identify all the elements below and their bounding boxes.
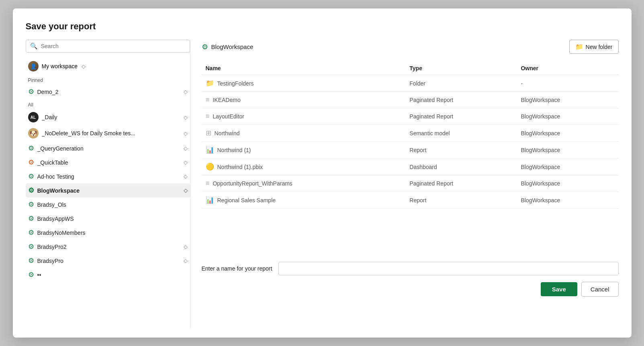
file-owner: BlogWorkspace: [517, 125, 618, 142]
workspace-item-label: _Daily: [42, 114, 180, 120]
workspace-icon: ⚙: [28, 271, 34, 279]
content-panel: ⚙ BlogWorkspace 📁 New folder Name Type O…: [190, 40, 619, 328]
list-item[interactable]: ⚙ BlogWorkspace ◇: [26, 183, 190, 197]
table-row[interactable]: ≡ IKEADemo Paginated Report BlogWorkspac…: [202, 92, 619, 108]
files-table-wrap: Name Type Owner 📁 TestingFolders Folder …: [202, 62, 619, 254]
workspace-item-label: _QuickTable: [37, 159, 180, 166]
workspace-item-label: ••: [37, 272, 188, 278]
breadcrumb-workspace-icon: ⚙: [202, 43, 208, 51]
cancel-button[interactable]: Cancel: [581, 282, 619, 297]
premium-icon: ◇: [184, 258, 188, 264]
workspace-item-label: Demo_2: [37, 89, 180, 95]
file-type: Semantic model: [405, 125, 517, 142]
table-row[interactable]: 📊 Regional Sales Sample Report BlogWorks…: [202, 192, 619, 209]
file-name: Regional Sales Sample: [217, 197, 276, 204]
premium-icon: ◇: [82, 63, 86, 69]
list-item[interactable]: ⚙ BradsyNoMembers: [26, 226, 190, 240]
workspace-item-label: BlogWorkspace: [37, 187, 180, 194]
file-icon: ⊞: [206, 129, 211, 137]
list-item[interactable]: 🐶 _NoDelete_WS for Daily Smoke tes... ◇: [26, 125, 190, 141]
breadcrumb-label: BlogWorkspace: [211, 43, 254, 50]
table-row[interactable]: 🟡 Northwind (1).pbix Dashboard BlogWorks…: [202, 159, 619, 175]
file-name: Northwind: [215, 130, 240, 136]
file-name: LayoutEditor: [213, 113, 244, 120]
col-owner-header: Owner: [517, 62, 618, 75]
file-owner: -: [517, 75, 618, 92]
table-row[interactable]: ≡ LayoutEditor Paginated Report BlogWork…: [202, 108, 619, 125]
report-name-row: Enter a name for your report: [202, 262, 619, 275]
file-icon: 📊: [206, 146, 214, 154]
workspace-list-panel: 🔍 👤 My workspace ◇ Pinned ⚙ Demo_2 ◇ All: [26, 40, 190, 328]
file-name: OpportunityReport_WithParams: [213, 180, 292, 187]
file-name: TestingFolders: [217, 80, 254, 87]
dialog-footer: Save Cancel: [202, 282, 619, 297]
list-item[interactable]: ⚙ BradsyPro2 ◇: [26, 240, 190, 254]
file-owner: BlogWorkspace: [517, 192, 618, 209]
workspace-icon: ⚙: [28, 214, 34, 223]
all-section-label: All: [26, 99, 190, 109]
my-workspace-item[interactable]: 👤 My workspace ◇: [26, 58, 190, 74]
workspace-item-label: BradsyNoMembers: [37, 230, 188, 236]
premium-icon: ◇: [184, 145, 188, 151]
list-item[interactable]: ⚙ Demo_2 ◇: [26, 85, 190, 99]
list-item[interactable]: ⚙ ••: [26, 268, 190, 282]
file-icon: 🟡: [206, 163, 214, 171]
workspace-item-label: Ad-hoc Testing: [37, 173, 180, 180]
file-type: Paginated Report: [405, 92, 517, 108]
list-item[interactable]: ⚙ _QueryGeneration ◇: [26, 141, 190, 155]
list-item[interactable]: ⚙ BradsyAppWS: [26, 212, 190, 226]
file-type: Paginated Report: [405, 175, 517, 192]
premium-icon: ◇: [184, 114, 188, 120]
workspace-icon: ⚙: [28, 186, 34, 195]
list-item[interactable]: AL _Daily ◇: [26, 109, 190, 125]
table-row[interactable]: 📊 Northwind (1) Report BlogWorkspace: [202, 142, 619, 159]
list-item[interactable]: ⚙ BradsyPro ◇: [26, 254, 190, 268]
list-item[interactable]: ⚙ Ad-hoc Testing ◇: [26, 169, 190, 183]
workspace-icon: ⚙: [28, 200, 34, 209]
workspace-icon: ⚙: [28, 228, 34, 237]
avatar: 🐶: [28, 128, 39, 138]
dialog-title: Save your report: [26, 21, 619, 32]
table-row[interactable]: 📁 TestingFolders Folder -: [202, 75, 619, 92]
workspace-item-label: BradsyPro2: [37, 244, 180, 250]
file-type: Report: [405, 192, 517, 209]
workspace-icon: ⚙: [28, 158, 34, 167]
col-type-header: Type: [405, 62, 517, 75]
workspace-icon: ⚙: [28, 172, 34, 181]
search-icon: 🔍: [30, 43, 38, 50]
premium-icon: ◇: [184, 89, 188, 95]
search-input[interactable]: [41, 43, 186, 49]
file-type: Dashboard: [405, 159, 517, 175]
file-icon: 📊: [206, 196, 214, 204]
workspace-item-label: BradsyPro: [37, 258, 180, 264]
new-folder-label: New folder: [586, 44, 613, 50]
list-item[interactable]: ⚙ _QuickTable ◇: [26, 155, 190, 169]
file-owner: BlogWorkspace: [517, 159, 618, 175]
list-item[interactable]: ⚙ Bradsy_Ols: [26, 197, 190, 212]
files-table: Name Type Owner 📁 TestingFolders Folder …: [202, 62, 619, 209]
avatar: AL: [28, 112, 39, 122]
premium-icon: ◇: [184, 159, 188, 165]
file-icon: 📁: [206, 79, 214, 88]
file-type: Folder: [405, 75, 517, 92]
search-box[interactable]: 🔍: [26, 40, 190, 53]
table-row[interactable]: ⊞ Northwind Semantic model BlogWorkspace: [202, 125, 619, 142]
new-folder-button[interactable]: 📁 New folder: [569, 40, 619, 54]
workspace-item-label: _QueryGeneration: [37, 145, 180, 152]
table-row[interactable]: ≡ OpportunityReport_WithParams Paginated…: [202, 175, 619, 192]
report-name-label: Enter a name for your report: [202, 265, 272, 272]
breadcrumb: ⚙ BlogWorkspace: [202, 43, 254, 51]
premium-icon: ◇: [184, 173, 188, 179]
premium-icon: ◇: [184, 187, 188, 193]
workspace-icon: ⚙: [28, 144, 34, 153]
file-icon: ≡: [206, 112, 210, 120]
avatar: 👤: [28, 61, 39, 71]
file-name: IKEADemo: [213, 97, 240, 103]
save-button[interactable]: Save: [541, 282, 577, 296]
premium-icon: ◇: [184, 244, 188, 250]
pinned-section-label: Pinned: [26, 74, 190, 85]
file-icon: ≡: [206, 179, 210, 187]
report-name-input[interactable]: [278, 262, 618, 275]
workspace-icon: ⚙: [28, 88, 34, 96]
premium-icon: ◇: [184, 130, 188, 136]
